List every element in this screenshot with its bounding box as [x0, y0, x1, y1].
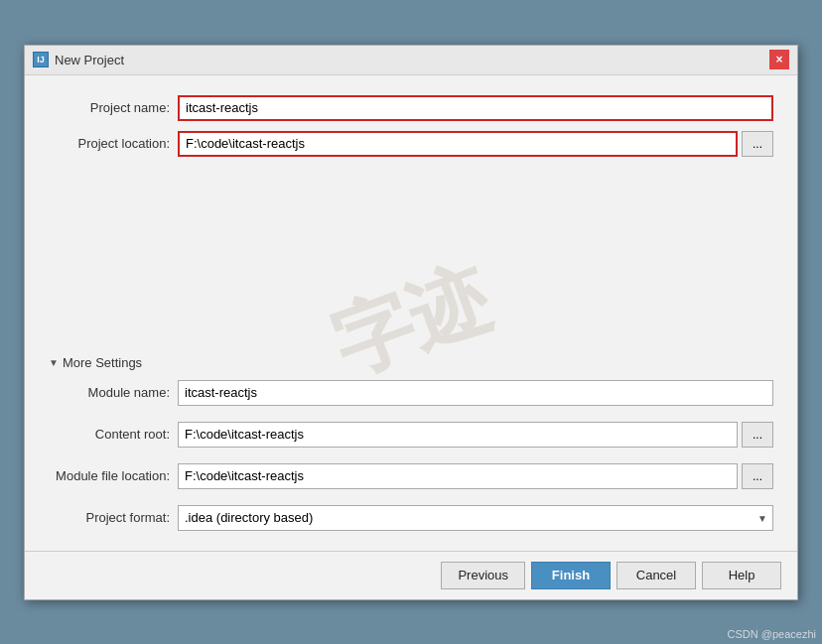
previous-button[interactable]: Previous [441, 562, 525, 589]
module-name-input[interactable] [178, 380, 773, 406]
project-format-wrapper: .idea (directory based) ▼ [178, 505, 773, 531]
cancel-button[interactable]: Cancel [616, 562, 696, 589]
dialog-footer: Previous Finish Cancel Help [25, 551, 797, 599]
content-root-row: Content root: ... [49, 422, 773, 448]
spacer [49, 167, 773, 347]
module-file-browse-button[interactable]: ... [742, 463, 773, 489]
csdn-credit: CSDN @peacezhi [728, 628, 816, 640]
project-location-browse-button[interactable]: ... [742, 131, 773, 157]
more-settings-header[interactable]: ▼ More Settings [49, 355, 773, 370]
project-location-row: Project location: ... [49, 131, 773, 157]
close-button[interactable]: × [769, 50, 789, 69]
collapse-icon: ▼ [49, 357, 59, 368]
dialog-body: Project name: Project location: ... ▼ Mo… [25, 75, 797, 551]
new-project-dialog: 字迹 IJ New Project × Project name: Projec… [24, 45, 798, 600]
project-location-input[interactable] [178, 131, 738, 157]
module-file-input[interactable] [178, 463, 738, 489]
module-file-label: Module file location: [49, 468, 178, 483]
project-format-row: Project format: .idea (directory based) … [49, 505, 773, 531]
content-root-input[interactable] [178, 422, 738, 448]
titlebar: IJ New Project × [25, 46, 797, 75]
project-location-label: Project location: [49, 136, 178, 151]
more-settings-fields: Module name: Content root: ... Module fi… [49, 380, 773, 541]
project-format-label: Project format: [49, 510, 178, 525]
content-root-label: Content root: [49, 427, 178, 442]
project-name-row: Project name: [49, 95, 773, 121]
project-name-input[interactable] [178, 95, 773, 121]
module-name-label: Module name: [49, 385, 178, 400]
finish-button[interactable]: Finish [531, 562, 611, 589]
module-name-row: Module name: [49, 380, 773, 406]
more-settings-section: ▼ More Settings Module name: Content roo… [49, 355, 773, 541]
titlebar-left: IJ New Project [33, 52, 124, 67]
content-root-browse-button[interactable]: ... [742, 422, 773, 448]
help-button[interactable]: Help [702, 562, 781, 589]
project-name-label: Project name: [49, 100, 178, 115]
module-file-row: Module file location: ... [49, 463, 773, 489]
more-settings-label: More Settings [63, 355, 142, 370]
app-icon: IJ [33, 52, 49, 67]
project-format-select[interactable]: .idea (directory based) [178, 505, 773, 531]
dialog-title: New Project [55, 53, 124, 67]
